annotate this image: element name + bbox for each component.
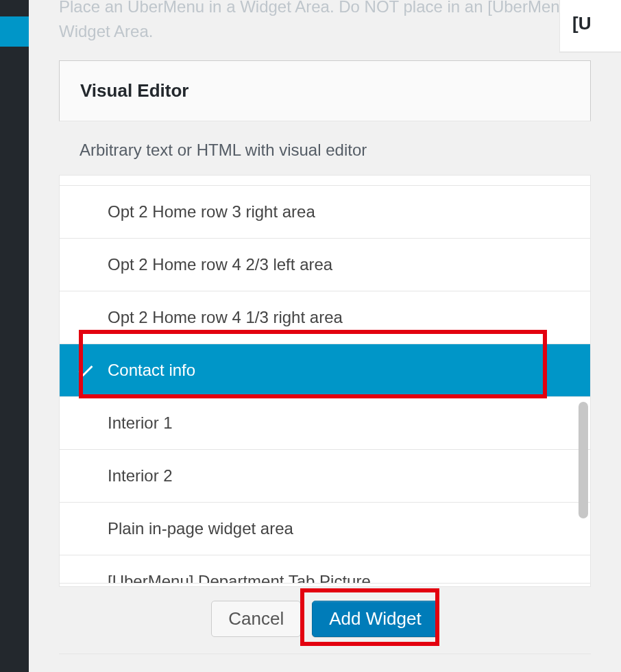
- area-option[interactable]: Interior 1: [60, 397, 590, 450]
- widget-title: Visual Editor: [80, 80, 188, 101]
- divider: [59, 653, 591, 654]
- widget-title-bar[interactable]: Visual Editor: [59, 60, 591, 121]
- area-label: Opt 2 Home row 3 right area: [108, 202, 315, 221]
- area-label: [UberMenu] Department Tab Picture: [108, 572, 371, 584]
- area-label: Opt 2 Home row 4 2/3 left area: [108, 255, 332, 274]
- add-widget-button[interactable]: Add Widget: [312, 601, 438, 637]
- area-option[interactable]: Opt 2 Home row 4 1/3 right area: [60, 291, 590, 344]
- widget-area-list[interactable]: Opt 2 Home row 3 right area Opt 2 Home r…: [60, 176, 590, 586]
- cancel-button[interactable]: Cancel: [211, 601, 301, 637]
- area-option[interactable]: Opt 2 Home row 3 right area: [60, 186, 590, 239]
- list-item-partial-top: [60, 176, 590, 186]
- side-card-label: [U: [572, 13, 591, 34]
- area-option[interactable]: Plain in-page widget area: [60, 503, 590, 555]
- widget-description: Arbitrary text or HTML with visual edito…: [59, 121, 591, 175]
- area-label: Plain in-page widget area: [108, 519, 293, 538]
- scrollbar-thumb[interactable]: [579, 402, 588, 518]
- area-label: Interior 2: [108, 466, 173, 485]
- admin-sidebar: [0, 0, 29, 672]
- area-option[interactable]: Interior 2: [60, 450, 590, 503]
- dialog-buttons: Cancel Add Widget: [59, 587, 591, 637]
- area-option[interactable]: Opt 2 Home row 4 2/3 left area: [60, 239, 590, 291]
- widget-hint-text: Place an UberMenu in a Widget Area. Do N…: [59, 0, 591, 44]
- side-widget-card[interactable]: [U: [559, 0, 621, 52]
- sidebar-active-item[interactable]: [0, 16, 29, 47]
- widget-area-list-container: Opt 2 Home row 3 right area Opt 2 Home r…: [59, 175, 591, 587]
- area-option[interactable]: [UberMenu] Department Tab Picture: [60, 555, 590, 584]
- area-label: Contact info: [108, 361, 195, 379]
- main-panel: Place an UberMenu in a Widget Area. Do N…: [29, 0, 621, 672]
- check-icon: [76, 361, 95, 380]
- area-label: Interior 1: [108, 413, 173, 432]
- area-label: Opt 2 Home row 4 1/3 right area: [108, 308, 343, 326]
- inactive-widgets-panel: [ [U: [559, 0, 621, 52]
- area-option-selected[interactable]: Contact info: [60, 344, 590, 397]
